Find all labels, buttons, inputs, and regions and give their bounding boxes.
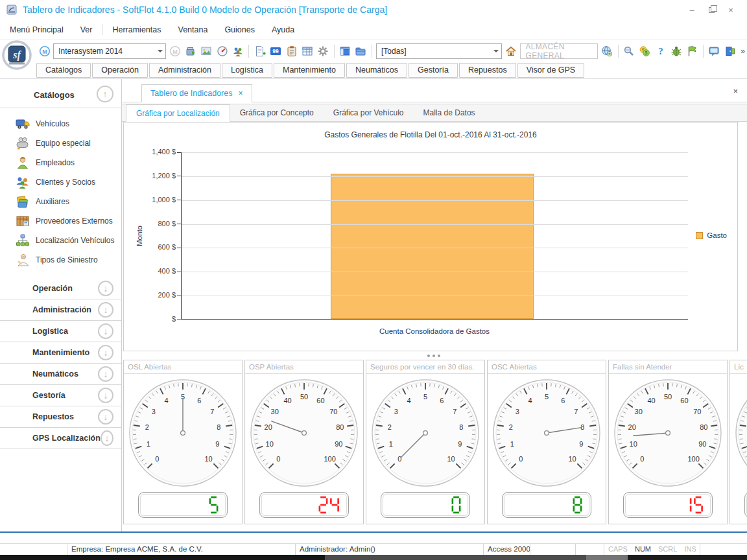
collapse-up-arrow-icon[interactable]: ↑ xyxy=(97,86,113,102)
menu-item-ver[interactable]: Ver xyxy=(72,25,101,34)
menu-item-herramientas[interactable]: Herramientas xyxy=(104,25,169,34)
gridline xyxy=(182,200,688,201)
ribbon-tab-gestoria[interactable]: Gestoría xyxy=(409,63,458,78)
sidebar-item-vehiculos[interactable]: Vehículos xyxy=(0,114,121,134)
restore-button[interactable] xyxy=(702,5,721,15)
sidebar-section-repuestos[interactable]: Repuestos↓ xyxy=(0,406,121,428)
speedometer-icon[interactable] xyxy=(215,43,229,59)
sidebar-item-label: Localización Vehículos xyxy=(36,236,114,245)
tabstrip-close-icon[interactable]: × xyxy=(733,86,738,96)
sidebar-section-neumaticos[interactable]: Neumáticos↓ xyxy=(0,364,121,385)
menu-item-guiones[interactable]: Guiones xyxy=(216,25,263,34)
expand-down-arrow-icon[interactable]: ↓ xyxy=(98,302,113,318)
y-tick-label: 1,200 $ xyxy=(124,172,176,180)
y-tick-label: 200 $ xyxy=(124,291,176,299)
expand-down-arrow-icon[interactable]: ↓ xyxy=(98,281,113,296)
status-cell-empty-right xyxy=(700,544,747,555)
sidebar-section-gestoria[interactable]: Gestoría↓ xyxy=(0,385,121,406)
toolbar-separator xyxy=(618,45,619,58)
table-icon[interactable] xyxy=(300,43,314,59)
location-filter-combo[interactable]: [Todas] xyxy=(376,43,502,59)
expand-down-arrow-icon[interactable]: ↓ xyxy=(98,345,113,360)
exit-icon[interactable] xyxy=(723,43,737,59)
coins-icon[interactable]: €$ xyxy=(638,43,652,59)
bug-icon[interactable] xyxy=(669,43,683,59)
ribbon-tab-mantenimiento[interactable]: Mantenimiento xyxy=(274,63,345,78)
menu-item-ventana[interactable]: Ventana xyxy=(169,25,216,34)
menu-item-ayuda[interactable]: Ayuda xyxy=(263,25,303,34)
sidebar-section-label: Repuestos xyxy=(32,412,74,421)
sidebar-section-label: Catálogos xyxy=(34,90,75,100)
gear-icon[interactable] xyxy=(316,43,329,59)
ribbon-tab-neumaticos[interactable]: Neumáticos xyxy=(346,63,407,78)
sidebar-item-localizacion-vehiculos[interactable]: Localización Vehículos xyxy=(0,231,121,250)
m-circle-icon[interactable]: M xyxy=(38,43,51,59)
subtab-grafica-por-concepto[interactable]: Gráfica por Concepto xyxy=(230,104,324,121)
legend-swatch-gasto xyxy=(696,232,703,239)
tab-tablero-de-indicadores[interactable]: Tablero de Indicadores × xyxy=(141,84,252,102)
badge-99-icon[interactable]: 99 xyxy=(269,43,283,59)
toolbar-overflow[interactable]: » xyxy=(739,47,747,56)
help-icon[interactable]: ? xyxy=(654,43,667,59)
window-panel-icon[interactable] xyxy=(338,43,352,59)
comment-icon[interactable] xyxy=(707,43,721,59)
sidebar-item-proveedores-externos[interactable]: Proveedores Externos xyxy=(0,211,121,231)
sidebar-item-tipos-de-siniestro[interactable]: Tipos de Siniestro xyxy=(0,250,121,270)
sidebar-item-clientes-y-socios[interactable]: Clientes y Socios xyxy=(0,172,121,192)
image-icon[interactable] xyxy=(200,43,213,59)
svg-text:1: 1 xyxy=(510,440,514,448)
ribbon-tab-catalogos[interactable]: Catálogos xyxy=(36,63,91,78)
doc-tab-close-icon[interactable]: × xyxy=(238,89,243,98)
expand-down-arrow-icon[interactable]: ↓ xyxy=(101,430,113,446)
expand-down-arrow-icon[interactable]: ↓ xyxy=(98,366,113,382)
sidebar-item-empleados[interactable]: Empleados xyxy=(0,153,121,172)
ribbon-tab-administracion[interactable]: Administración xyxy=(149,63,220,78)
users-group-icon[interactable] xyxy=(231,43,244,59)
svg-text:10: 10 xyxy=(630,440,637,448)
sidebar-item-equipo-especial[interactable]: Equipo especial xyxy=(0,134,121,153)
subtab-bar: Gráfica por LocalizaciónGráfica por Conc… xyxy=(122,104,747,122)
app-icon xyxy=(6,5,17,15)
expand-down-arrow-icon[interactable]: ↓ xyxy=(98,388,113,403)
dropdown-arrow-icon[interactable] xyxy=(154,44,165,58)
close-button[interactable]: × xyxy=(721,5,741,15)
sidebar-section-administracion[interactable]: Administración↓ xyxy=(0,299,121,321)
m-circle-disabled-icon[interactable]: M xyxy=(168,43,182,59)
subtab-grafica-por-vehiculo[interactable]: Gráfica por Vehículo xyxy=(324,104,414,121)
globe-icon[interactable] xyxy=(600,43,613,59)
clipboard-icon[interactable] xyxy=(285,43,298,59)
sidebar-section-operacion[interactable]: Operación↓ xyxy=(0,278,121,299)
ribbon-tab-repuestos[interactable]: Repuestos xyxy=(459,63,516,78)
menu-item-menu-principal[interactable]: Menú Principal xyxy=(1,25,72,34)
gridline xyxy=(182,176,688,177)
y-tick-label: 1,400 $ xyxy=(124,148,176,156)
search-tools-icon[interactable] xyxy=(622,43,635,59)
svg-text:99: 99 xyxy=(273,48,279,54)
home-icon[interactable] xyxy=(504,43,517,59)
flag-icon[interactable] xyxy=(685,43,699,59)
sidebar-section-mantenimiento[interactable]: Mantenimiento↓ xyxy=(0,342,121,364)
ribbon-tab-visor-de-gps[interactable]: Visor de GPS xyxy=(517,63,585,78)
subtab-malla-de-datos[interactable]: Malla de Datos xyxy=(414,104,485,121)
dropdown-arrow-icon[interactable] xyxy=(490,44,501,58)
minimize-button[interactable]: – xyxy=(682,5,702,15)
ribbon-tab-logistica[interactable]: Logística xyxy=(222,63,272,78)
sidebar-section-catalogos[interactable]: Catálogos↑ xyxy=(0,79,121,108)
subtab-grafica-por-localizacion[interactable]: Gráfica por Localización xyxy=(126,104,230,122)
new-document-icon[interactable] xyxy=(253,43,267,59)
sidebar-section-gps-localizacion[interactable]: GPS Localización↓ xyxy=(0,428,121,449)
expand-down-arrow-icon[interactable]: ↓ xyxy=(98,409,113,425)
splitter-handle[interactable] xyxy=(122,351,747,360)
sidebar-item-auxiliares[interactable]: Auxiliares xyxy=(0,192,121,211)
svg-text:9: 9 xyxy=(458,440,462,448)
sidebar-section-logistica[interactable]: Logistica↓ xyxy=(0,321,121,342)
company-combo[interactable]: Interasystem 2014 xyxy=(53,43,166,59)
expand-down-arrow-icon[interactable]: ↓ xyxy=(98,323,113,339)
export-box-icon[interactable] xyxy=(184,43,197,59)
svg-text:M: M xyxy=(42,48,47,54)
almacen-input[interactable]: ALMACÉN GENERAL xyxy=(520,43,599,59)
folder-icon[interactable] xyxy=(354,43,368,59)
status-cell-empty-1 xyxy=(530,544,575,555)
ribbon-tab-operacion[interactable]: Operación xyxy=(92,63,148,78)
y-tick-label: $ xyxy=(124,315,176,323)
